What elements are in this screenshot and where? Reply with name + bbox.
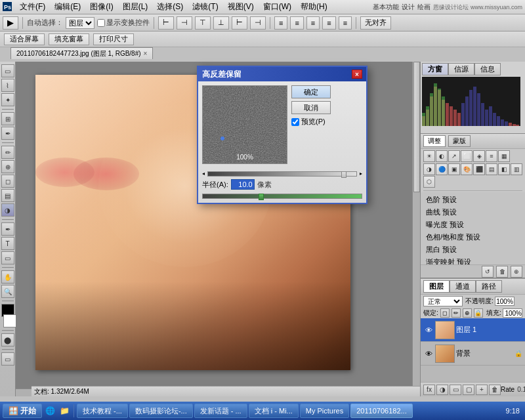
- adj-threshold-icon[interactable]: ◧: [498, 163, 510, 175]
- taskbar-item-5[interactable]: 20110706182...: [350, 404, 412, 418]
- adj-item-0[interactable]: 色阶 预设: [423, 194, 522, 206]
- adj-item-2[interactable]: 曝光度 预设: [423, 219, 522, 231]
- align-top-icon[interactable]: ⊥: [213, 16, 229, 30]
- dialog-cancel-btn[interactable]: 取消: [291, 101, 331, 114]
- adj-bw-icon[interactable]: ◑: [423, 163, 435, 175]
- dialog-preview-checkbox[interactable]: 预览(P): [291, 117, 362, 127]
- adj-selective-color-icon[interactable]: ⬡: [423, 176, 435, 188]
- adj-reset-icon[interactable]: ↺: [482, 266, 494, 278]
- adj-levels-icon[interactable]: ◐: [436, 150, 448, 162]
- zoom-tool[interactable]: 🔍: [1, 285, 14, 298]
- doc-tab[interactable]: 20110706182447723.jpg (图层 1, RGB/8#) ×: [10, 47, 153, 59]
- adj-add-icon[interactable]: ⊕: [511, 266, 522, 278]
- workspace-basic[interactable]: 基本功能: [373, 3, 399, 12]
- layer-eye-icon-0[interactable]: 👁: [423, 325, 434, 335]
- screen-mode-btn[interactable]: ▭: [1, 352, 14, 366]
- distribute-4-icon[interactable]: ≡: [322, 16, 335, 30]
- menu-help[interactable]: 帮助(H): [297, 0, 331, 14]
- adj-brightness-icon[interactable]: ☀: [423, 150, 435, 162]
- radius-slider-track[interactable]: [202, 194, 362, 199]
- taskbar-item-2[interactable]: 发新话题 - ...: [194, 404, 247, 418]
- layer-new-btn[interactable]: +: [476, 385, 488, 395]
- menu-file[interactable]: 文件(F): [16, 0, 49, 14]
- auto-align-btn[interactable]: 无对齐: [360, 16, 391, 30]
- layer-group-btn[interactable]: ▢: [463, 385, 474, 395]
- menu-edit[interactable]: 编辑(E): [51, 0, 85, 14]
- show-transform-checkbox[interactable]: 显示变换控件: [97, 18, 150, 28]
- quick-mask-tool[interactable]: ⬤: [1, 333, 14, 346]
- adj-channel-mixer-icon[interactable]: ▣: [448, 163, 460, 175]
- layer-fx-btn[interactable]: fx: [423, 385, 435, 395]
- lock-transparent-icon[interactable]: ◻: [440, 308, 450, 318]
- adj-color-balance-icon[interactable]: ▦: [498, 150, 510, 162]
- layers-tab-channels[interactable]: 通道: [450, 280, 476, 293]
- menu-select[interactable]: 选择(S): [153, 0, 187, 14]
- pen-tool[interactable]: ✒: [1, 222, 14, 236]
- v-scrollbar-thumb[interactable]: [413, 62, 420, 192]
- adj-delete-icon[interactable]: 🗑: [496, 266, 508, 278]
- taskbar-item-0[interactable]: 技术教程 -...: [77, 404, 128, 418]
- histogram-tab-2[interactable]: 信息: [474, 63, 501, 75]
- adj-invert-icon[interactable]: ⬛: [473, 163, 485, 175]
- text-tool[interactable]: T: [1, 237, 14, 250]
- adj-curves-icon[interactable]: ↗: [448, 150, 460, 162]
- fit-screen-btn[interactable]: 适合屏幕: [4, 33, 45, 45]
- gradient-tool[interactable]: ▤: [1, 189, 14, 202]
- clone-tool[interactable]: ⊕: [1, 160, 14, 173]
- lock-move-icon[interactable]: ⊕: [463, 308, 472, 318]
- taskbar-item-3[interactable]: 文档 i - Mi...: [249, 404, 299, 418]
- shape-tool[interactable]: ▭: [1, 251, 14, 264]
- vertical-scrollbar[interactable]: [412, 62, 420, 388]
- menu-window[interactable]: 窗口(W): [259, 0, 295, 14]
- opacity-input[interactable]: 100%: [495, 297, 514, 306]
- adj-gradient-map-icon[interactable]: ▥: [511, 163, 522, 175]
- adj-item-1[interactable]: 曲线 预设: [423, 206, 522, 219]
- adj-vibrance-icon[interactable]: ◈: [473, 150, 485, 162]
- layer-eye-icon-1[interactable]: 👁: [423, 348, 434, 359]
- dodge-tool[interactable]: ◑: [1, 203, 14, 217]
- lock-paint-icon[interactable]: ✏: [452, 308, 461, 318]
- blend-mode-select[interactable]: 正常: [423, 296, 463, 306]
- move-tool-icon[interactable]: ▶: [3, 16, 18, 30]
- start-button[interactable]: 🪟 开始: [3, 404, 42, 418]
- layer-row-1[interactable]: 👁 背景 🔒: [421, 342, 525, 366]
- taskbar-item-1[interactable]: 数码摄影论坛-...: [129, 404, 193, 418]
- lock-all-icon[interactable]: 🔒: [474, 308, 483, 318]
- eraser-tool[interactable]: ◻: [1, 175, 14, 188]
- percent-slider-track[interactable]: [207, 171, 357, 177]
- quicklaunch-folder[interactable]: 📁: [58, 404, 71, 417]
- align-center-h-icon[interactable]: ⊣: [177, 16, 192, 30]
- adj-hsl-icon[interactable]: ≡: [486, 150, 497, 162]
- hand-tool[interactable]: ✋: [1, 270, 14, 284]
- layer-delete-btn[interactable]: 🗑: [489, 385, 501, 395]
- layers-tab-paths[interactable]: 路径: [476, 280, 502, 293]
- taskbar-item-4[interactable]: My Pictures: [300, 404, 349, 418]
- auto-select-dropdown[interactable]: 图层 组: [66, 17, 94, 29]
- adj-posterize-icon[interactable]: ▤: [486, 163, 497, 175]
- align-left-icon[interactable]: ⊢: [158, 16, 174, 30]
- fill-input[interactable]: [503, 308, 522, 318]
- menu-layer[interactable]: 图层(L): [119, 0, 152, 14]
- adj-item-5[interactable]: 渐变映射 预设: [423, 256, 522, 264]
- quicklaunch-ie[interactable]: 🌐: [43, 404, 56, 417]
- distribute-1-icon[interactable]: ≡: [274, 16, 287, 30]
- brush-tool[interactable]: ✏: [1, 146, 14, 159]
- fill-screen-btn[interactable]: 填充窗幕: [49, 33, 89, 45]
- layers-tab-layers[interactable]: 图层: [423, 280, 450, 293]
- workspace-design[interactable]: 设计: [402, 3, 415, 12]
- menu-filter[interactable]: 滤镜(T): [188, 0, 222, 14]
- print-size-btn[interactable]: 打印尺寸: [93, 33, 134, 45]
- adj-tab-mask[interactable]: 蒙版: [448, 135, 471, 147]
- dialog-confirm-btn[interactable]: 确定: [291, 85, 331, 98]
- histogram-tab-1[interactable]: 信源: [448, 63, 474, 75]
- distribute-2-icon[interactable]: ≡: [290, 16, 303, 30]
- lasso-tool[interactable]: ⌇: [1, 79, 14, 92]
- adj-tab-adjustments[interactable]: 调整: [423, 135, 446, 147]
- eyedropper-tool[interactable]: ✒: [1, 127, 14, 140]
- select-tool[interactable]: ▭: [1, 64, 14, 77]
- percent-slider-thumb[interactable]: [341, 171, 346, 178]
- histogram-tab-0[interactable]: 方窗: [422, 63, 448, 75]
- background-color[interactable]: [3, 314, 16, 327]
- align-bottom-icon[interactable]: ⊣: [250, 16, 266, 30]
- crop-tool[interactable]: ⊞: [1, 112, 14, 125]
